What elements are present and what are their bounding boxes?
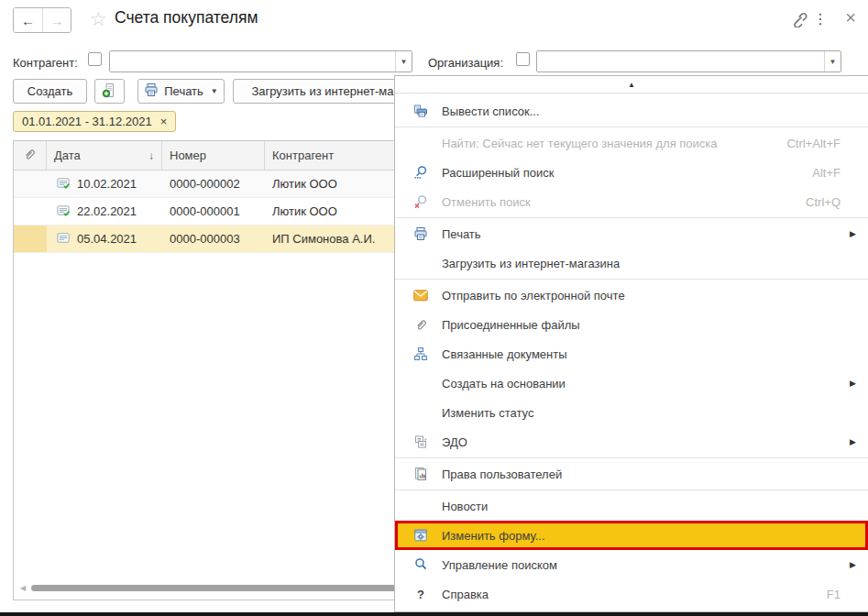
attachment-cell — [14, 170, 47, 197]
back-button[interactable]: ← — [14, 8, 42, 32]
posted-doc-icon — [56, 204, 71, 220]
edo-icon — [412, 434, 430, 449]
menu-item-label: Справка — [442, 588, 489, 601]
close-icon[interactable]: × — [845, 7, 856, 28]
organization-dropdown-icon[interactable]: ▼ — [824, 51, 841, 72]
organization-label: Организация: — [428, 56, 503, 70]
menu-item-cancel-search: Отменить поискCtrl+Q — [395, 187, 868, 216]
menu-item-label: Отменить поиск — [442, 195, 531, 209]
submenu-arrow-icon: ▶ — [850, 560, 856, 569]
menu-item-linked-documents[interactable]: Связанные документы — [395, 339, 868, 368]
print-button[interactable]: Печать ▼ — [137, 79, 225, 104]
favorite-star-icon[interactable]: ☆ — [90, 8, 107, 30]
number-column-header[interactable]: Номер — [162, 141, 265, 170]
menu-item-label: Присоединенные файлы — [442, 318, 580, 332]
print-list-icon — [412, 104, 430, 118]
menu-item-attached-files[interactable]: Присоединенные файлы — [395, 310, 868, 339]
submenu-arrow-icon: ▶ — [850, 379, 856, 388]
menu-item-print[interactable]: Печать▶ — [395, 219, 868, 248]
back-arrow-icon: ← — [21, 13, 35, 28]
date-value: 05.04.2021 — [77, 232, 137, 246]
window-bottom-edge — [0, 612, 868, 616]
cancel-search-icon — [412, 194, 430, 209]
menu-item-show-list[interactable]: Вывести список... — [395, 96, 868, 126]
attachment-cell — [14, 198, 47, 225]
paperclip-icon — [412, 318, 430, 332]
counterparty-dropdown-icon[interactable]: ▼ — [395, 51, 412, 72]
advanced-search-icon — [412, 165, 430, 180]
organization-checkbox[interactable] — [516, 52, 530, 66]
submenu-arrow-icon: ▶ — [850, 437, 856, 446]
menu-item-shortcut: Ctrl+Alt+F — [786, 137, 868, 150]
user-rights-icon — [412, 467, 430, 481]
sort-descending-icon: ↓ — [148, 149, 154, 162]
counterparty-checkbox[interactable] — [88, 52, 102, 66]
forward-button[interactable]: → — [42, 8, 71, 32]
app-window: ← → ☆ Счета покупателям ⋮ × Контрагент: … — [0, 0, 868, 616]
create-button-label: Создать — [27, 84, 72, 98]
new-document-icon — [102, 82, 117, 101]
chevron-down-icon: ▼ — [211, 87, 218, 95]
date-column-label: Дата — [54, 148, 81, 162]
menu-item-advanced-search[interactable]: Расширенный поискAlt+F — [395, 158, 868, 187]
menu-item-shortcut: Alt+F — [812, 166, 868, 180]
menu-item-label: Отправить по электронной почте — [442, 289, 625, 302]
printer-icon — [144, 82, 159, 100]
more-menu-icon[interactable]: ⋮ — [813, 10, 828, 28]
get-link-icon[interactable] — [791, 11, 808, 31]
new-document-button[interactable] — [94, 79, 125, 104]
menu-item-shortcut: Ctrl+Q — [806, 195, 868, 209]
menu-item-label: Права пользователей — [442, 468, 562, 481]
unposted-doc-icon — [56, 231, 71, 248]
submenu-arrow-icon: ▶ — [850, 229, 856, 238]
menu-item-news[interactable]: Новости — [395, 491, 868, 521]
menu-separator — [395, 490, 868, 490]
menu-item-label: ЭДО — [442, 435, 467, 449]
chip-close-icon[interactable]: × — [160, 116, 168, 127]
menu-item-label: Вывести список... — [442, 104, 540, 118]
menu-item-create-based-on[interactable]: Создать на основании▶ — [395, 368, 868, 398]
attachment-column-header[interactable] — [14, 141, 47, 170]
hscroll-left-arrow-icon[interactable]: ◀ — [20, 584, 26, 592]
date-value: 10.02.2021 — [77, 177, 137, 191]
menu-separator — [395, 279, 868, 280]
period-filter-label: 01.01.2021 - 31.12.2021 — [22, 115, 152, 128]
forward-arrow-icon: → — [50, 13, 64, 28]
page-title: Счета покупателям — [115, 8, 258, 28]
number-cell: 0000-000003 — [162, 226, 265, 252]
printer-icon — [412, 226, 430, 241]
menu-item-label: Изменить статус — [442, 406, 533, 420]
date-column-header[interactable]: Дата ↓ — [47, 141, 162, 170]
menu-item-change-status[interactable]: Изменить статус — [395, 398, 868, 427]
menu-separator — [395, 217, 868, 218]
menu-item-label: Найти: Сейчас нет текущего значения для … — [442, 137, 718, 150]
date-cell: 10.02.2021 — [47, 170, 162, 197]
help-icon: ? — [412, 588, 430, 601]
print-button-label: Печать — [164, 84, 203, 98]
create-button[interactable]: Создать — [13, 79, 87, 104]
posted-doc-icon — [56, 176, 71, 192]
menu-item-label: Связанные документы — [442, 347, 567, 361]
menu-item-load-from-store[interactable]: Загрузить из интернет-магазина — [395, 248, 868, 278]
counterparty-combo: ▼ — [109, 50, 412, 72]
date-value: 22.02.2021 — [77, 204, 137, 218]
menu-scroll-up[interactable]: ▲ — [395, 76, 868, 94]
menu-item-edo[interactable]: ЭДО▶ — [395, 427, 868, 456]
counterparty-input[interactable] — [110, 51, 395, 72]
date-cell: 22.02.2021 — [47, 198, 162, 225]
edit-form-icon — [412, 528, 430, 543]
menu-item-user-rights[interactable]: Права пользователей — [395, 459, 868, 489]
menu-item-edit-form[interactable]: Изменить форму... — [395, 521, 868, 550]
menu-items: Вывести список...Найти: Сейчас нет текущ… — [395, 94, 868, 609]
menu-item-help[interactable]: ?СправкаF1 — [395, 579, 868, 609]
menu-item-label: Загрузить из интернет-магазина — [442, 257, 620, 270]
contragent-column-label: Контрагент — [272, 148, 334, 162]
date-cell: 05.04.2021 — [47, 226, 162, 252]
organization-combo: ▼ — [536, 50, 841, 72]
menu-item-label: Новости — [442, 500, 488, 513]
organization-input[interactable] — [537, 51, 824, 72]
menu-item-search-management[interactable]: Управление поиском▶ — [395, 550, 868, 579]
period-filter-chip[interactable]: 01.01.2021 - 31.12.2021 × — [13, 111, 176, 132]
attachment-cell — [14, 226, 47, 252]
menu-item-send-email[interactable]: Отправить по электронной почте — [395, 280, 868, 310]
